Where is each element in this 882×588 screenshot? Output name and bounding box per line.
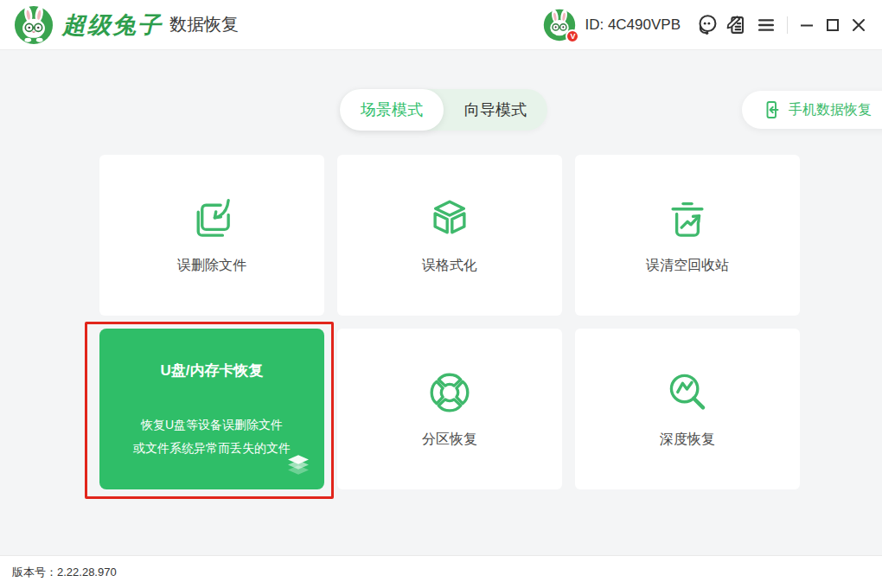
close-button[interactable] [846, 12, 872, 38]
partition-icon [426, 369, 473, 416]
close-icon [850, 16, 867, 34]
vip-badge: V [566, 29, 579, 43]
feedback-button[interactable] [722, 10, 751, 40]
tab-wizard-mode[interactable]: 向导模式 [444, 89, 547, 131]
trash-restore-icon [664, 195, 711, 242]
app-logo-rabbit-icon [14, 5, 54, 45]
feedback-icon [725, 13, 749, 37]
card-deleted-files[interactable]: 误删除文件 [99, 155, 324, 316]
maximize-icon [824, 16, 841, 34]
card-label: 误删除文件 [177, 257, 246, 275]
phone-data-recovery-button[interactable]: 手机数据恢复 [742, 91, 882, 129]
titlebar: 超级兔子 数据恢复 V ID: 4C490VPB [0, 0, 882, 50]
card-label: 误清空回收站 [646, 257, 729, 275]
card-label: 误格式化 [422, 257, 477, 275]
card-deep-recovery[interactable]: 深度恢复 [575, 329, 800, 489]
user-id-label: ID: 4C490VPB [585, 16, 681, 34]
cube-format-icon [426, 195, 473, 242]
card-partition-recovery[interactable]: 分区恢复 [337, 329, 562, 489]
phone-recovery-label: 手机数据恢复 [789, 101, 872, 119]
card-label: 分区恢复 [422, 431, 477, 449]
card-title: U盘/内存卡恢复 [99, 361, 324, 380]
menu-button[interactable] [751, 10, 781, 40]
titlebar-divider [787, 16, 788, 34]
card-description-line1: 恢复U盘等设备误删除文件 [99, 413, 324, 437]
main-area: 场景模式 向导模式 手机数据恢复 误删除文件 [0, 50, 882, 555]
mode-tabs: 场景模式 向导模式 [340, 89, 547, 131]
user-avatar[interactable]: V [543, 9, 576, 42]
minimize-button[interactable] [794, 12, 820, 38]
card-label: 深度恢复 [660, 431, 715, 449]
card-usb-memory-card-recovery[interactable]: U盘/内存卡恢复 恢复U盘等设备误删除文件 或文件系统异常而丢失的文件 [99, 329, 324, 489]
customer-service-icon [695, 13, 719, 37]
version-number: 2.22.28.970 [57, 566, 117, 578]
version-label: 版本号： [12, 565, 57, 580]
file-restore-icon [189, 195, 235, 242]
maximize-button[interactable] [820, 12, 846, 38]
brand-title: 超级兔子 [62, 10, 163, 41]
product-title: 数据恢复 [169, 13, 239, 36]
card-formatted-disk[interactable]: 误格式化 [337, 155, 562, 316]
tab-scene-mode[interactable]: 场景模式 [340, 89, 444, 131]
customer-service-button[interactable] [693, 10, 722, 40]
deep-scan-icon [664, 369, 711, 416]
footer: 版本号： 2.22.28.970 [0, 555, 882, 588]
phone-recovery-icon [761, 99, 782, 120]
minimize-icon [798, 16, 815, 34]
app-window: 超级兔子 数据恢复 V ID: 4C490VPB [0, 0, 882, 588]
layers-icon [283, 451, 314, 482]
hamburger-menu-icon [755, 14, 777, 36]
card-emptied-recycle-bin[interactable]: 误清空回收站 [575, 155, 800, 316]
